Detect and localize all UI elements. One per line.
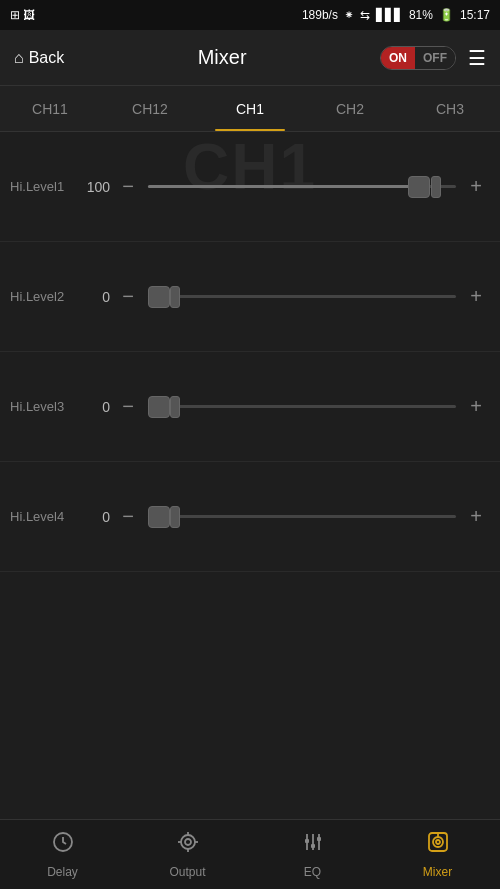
wifi-icon: ⇆	[360, 8, 370, 22]
status-bar: ⊞ 🖼 189b/s ⁕ ⇆ ▋▋▋ 81% 🔋 15:17	[0, 0, 500, 30]
nav-mixer-label: Mixer	[423, 865, 452, 879]
main-content: Hi.Level1 100 − + Hi.Level2 0 − + Hi.Lev…	[0, 132, 500, 819]
nav-mixer[interactable]: Mixer	[375, 830, 500, 879]
level4-thumb[interactable]	[148, 506, 170, 528]
back-label: Back	[29, 49, 65, 67]
header-title: Mixer	[198, 46, 247, 69]
toggle-off-label[interactable]: OFF	[415, 47, 455, 69]
svg-point-2	[185, 839, 191, 845]
svg-point-15	[436, 840, 440, 844]
level1-fill	[148, 185, 419, 188]
level2-thumb[interactable]	[148, 286, 170, 308]
level1-slider[interactable]	[148, 173, 456, 201]
bottom-nav: Delay Output	[0, 819, 500, 889]
level3-value: 0	[80, 399, 110, 415]
tab-ch1[interactable]: CH1	[200, 86, 300, 131]
level3-slider[interactable]	[148, 393, 456, 421]
mixer-icon	[426, 830, 450, 860]
status-left: ⊞ 🖼	[10, 8, 35, 22]
level3-track	[148, 405, 456, 408]
svg-rect-10	[305, 839, 309, 843]
level2-label: Hi.Level2	[10, 289, 80, 304]
level-row-2: Hi.Level2 0 − +	[0, 242, 500, 352]
header-right: ON OFF ☰	[380, 46, 486, 70]
level2-value: 0	[80, 289, 110, 305]
tab-ch3[interactable]: CH3	[400, 86, 500, 131]
nav-output[interactable]: Output	[125, 830, 250, 879]
svg-rect-12	[317, 837, 321, 841]
level1-plus[interactable]: +	[462, 173, 490, 201]
level3-minus[interactable]: −	[114, 393, 142, 421]
level2-slider[interactable]	[148, 283, 456, 311]
level4-value: 0	[80, 509, 110, 525]
level4-track	[148, 515, 456, 518]
time: 15:17	[460, 8, 490, 22]
tab-ch11[interactable]: CH11	[0, 86, 100, 131]
tab-ch2[interactable]: CH2	[300, 86, 400, 131]
bluetooth-icon: ⁕	[344, 8, 354, 22]
level4-thumb2[interactable]	[170, 506, 180, 528]
level-row-4: Hi.Level4 0 − +	[0, 462, 500, 572]
nav-delay-label: Delay	[47, 865, 78, 879]
svg-point-14	[433, 837, 443, 847]
level4-slider[interactable]	[148, 503, 456, 531]
level4-plus[interactable]: +	[462, 503, 490, 531]
level-row-1: Hi.Level1 100 − +	[0, 132, 500, 242]
level3-thumb[interactable]	[148, 396, 170, 418]
level-row-3: Hi.Level3 0 − +	[0, 352, 500, 462]
level2-track	[148, 295, 456, 298]
signal-icon: ▋▋▋	[376, 8, 403, 22]
level4-label: Hi.Level4	[10, 509, 80, 524]
eq-icon	[301, 830, 325, 860]
level1-thumb[interactable]	[408, 176, 430, 198]
status-right: 189b/s ⁕ ⇆ ▋▋▋ 81% 🔋 15:17	[302, 8, 490, 22]
nav-delay[interactable]: Delay	[0, 830, 125, 879]
network-speed: 189b/s	[302, 8, 338, 22]
level3-thumb2[interactable]	[170, 396, 180, 418]
toggle-on-label[interactable]: ON	[381, 47, 415, 69]
output-icon	[176, 830, 200, 860]
nav-output-label: Output	[169, 865, 205, 879]
tab-ch12[interactable]: CH12	[100, 86, 200, 131]
level1-thumb2[interactable]	[431, 176, 441, 198]
level1-minus[interactable]: −	[114, 173, 142, 201]
channel-tabs: CH11 CH12 CH1 CH2 CH3	[0, 86, 500, 132]
level4-minus[interactable]: −	[114, 503, 142, 531]
svg-rect-11	[311, 844, 315, 848]
level1-track	[148, 185, 456, 188]
power-toggle[interactable]: ON OFF	[380, 46, 456, 70]
menu-button[interactable]: ☰	[468, 48, 486, 68]
back-button[interactable]: ⌂ Back	[14, 49, 64, 67]
home-icon: ⌂	[14, 49, 24, 67]
battery-level: 81%	[409, 8, 433, 22]
level2-plus[interactable]: +	[462, 283, 490, 311]
delay-icon	[51, 830, 75, 860]
level3-plus[interactable]: +	[462, 393, 490, 421]
level3-label: Hi.Level3	[10, 399, 80, 414]
nav-eq[interactable]: EQ	[250, 830, 375, 879]
status-icons: ⊞ 🖼	[10, 8, 35, 22]
level2-minus[interactable]: −	[114, 283, 142, 311]
svg-point-1	[181, 835, 195, 849]
app-header: ⌂ Back Mixer ON OFF ☰	[0, 30, 500, 86]
nav-eq-label: EQ	[304, 865, 321, 879]
level2-thumb2[interactable]	[170, 286, 180, 308]
level1-value: 100	[80, 179, 110, 195]
battery-icon: 🔋	[439, 8, 454, 22]
level1-label: Hi.Level1	[10, 179, 80, 194]
